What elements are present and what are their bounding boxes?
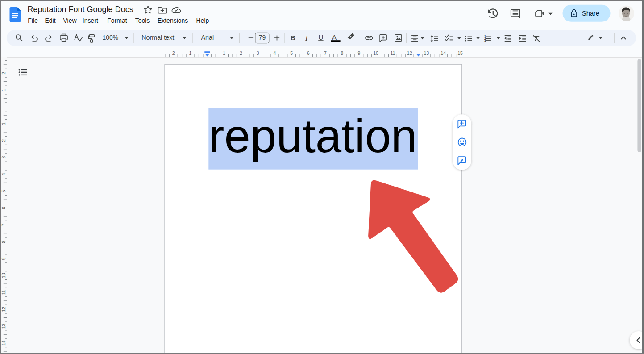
svg-text:14: 14 (440, 50, 446, 56)
svg-text:U: U (318, 33, 323, 41)
svg-text:Reputation Font Google Docs: Reputation Font Google Docs (28, 5, 133, 14)
svg-text:Format: Format (107, 17, 127, 24)
svg-text:3: 3 (1, 156, 6, 159)
svg-text:Share: Share (582, 10, 600, 17)
svg-text:2: 2 (240, 50, 242, 56)
svg-text:2: 2 (1, 139, 6, 142)
svg-text:4: 4 (273, 50, 276, 56)
svg-text:100%: 100% (103, 34, 119, 41)
svg-text:6: 6 (307, 50, 310, 56)
svg-text:View: View (63, 17, 77, 24)
svg-text:5: 5 (1, 190, 6, 192)
svg-text:8: 8 (1, 240, 6, 243)
svg-text:2: 2 (1, 72, 6, 75)
svg-text:Help: Help (196, 17, 209, 24)
svg-text:2: 2 (172, 50, 175, 56)
svg-text:12: 12 (1, 307, 6, 312)
svg-text:8: 8 (341, 50, 344, 56)
svg-text:3: 3 (257, 50, 259, 56)
svg-text:3: 3 (484, 39, 486, 42)
svg-text:Insert: Insert (83, 17, 98, 24)
svg-text:15: 15 (457, 50, 463, 56)
svg-text:13: 13 (424, 50, 429, 56)
svg-text:13: 13 (1, 323, 6, 329)
svg-text:1: 1 (223, 50, 225, 56)
svg-text:Edit: Edit (45, 17, 55, 24)
svg-text:File: File (28, 17, 38, 24)
svg-text:Normal text: Normal text (141, 34, 174, 41)
svg-text:10: 10 (1, 273, 6, 278)
svg-text:Arial: Arial (201, 34, 214, 41)
svg-text:A: A (332, 33, 337, 41)
svg-text:14: 14 (1, 340, 6, 346)
svg-text:7: 7 (324, 50, 327, 56)
svg-text:6: 6 (1, 207, 6, 209)
svg-text:1: 1 (189, 50, 192, 56)
svg-text:9: 9 (357, 50, 360, 56)
svg-text:1: 1 (1, 122, 6, 125)
svg-text:4: 4 (1, 173, 6, 175)
svg-text:11: 11 (1, 290, 6, 295)
svg-text:7: 7 (1, 224, 6, 226)
svg-text:10: 10 (373, 50, 378, 56)
svg-text:11: 11 (390, 50, 395, 56)
svg-text:Tools: Tools (135, 17, 150, 24)
svg-text:B: B (291, 34, 295, 42)
svg-text:1: 1 (1, 88, 6, 91)
svg-text:79: 79 (259, 34, 266, 41)
svg-text:reputation: reputation (209, 110, 417, 162)
svg-text:5: 5 (290, 50, 293, 56)
svg-text:Extensions: Extensions (158, 17, 188, 24)
svg-text:12: 12 (407, 50, 412, 56)
svg-text:9: 9 (1, 257, 6, 260)
